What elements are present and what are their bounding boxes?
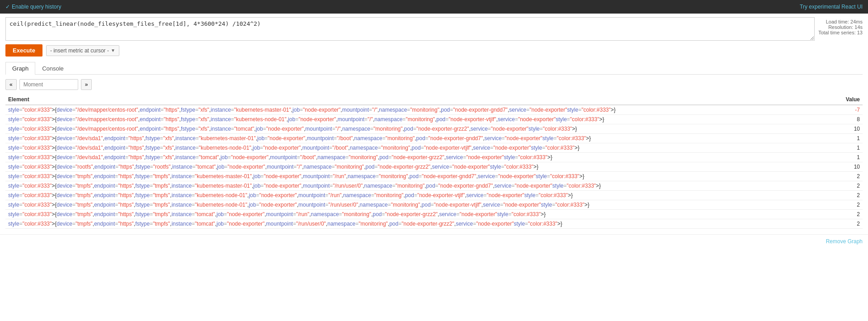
load-info: Load time: 24ms Resolution: 14s Total ti… — [818, 17, 863, 35]
value-cell: 10 — [836, 162, 863, 172]
value-cell: 10 — [836, 124, 863, 134]
value-cell: 1 — [836, 134, 863, 143]
table-row: style="color:#333">{device="rootfs",endp… — [5, 162, 863, 172]
load-time: Load time: 24ms — [818, 19, 863, 24]
tab-console[interactable]: Console — [35, 62, 71, 75]
results-table: Element Value style="color:#333">{device… — [5, 94, 863, 229]
total-series: Total time series: 13 — [818, 30, 863, 35]
value-cell: 2 — [836, 200, 863, 210]
check-icon: ✓ — [5, 4, 10, 10]
value-cell: 2 — [836, 172, 863, 181]
element-cell: style="color:#333">{device="tmpfs",endpo… — [5, 219, 836, 229]
value-cell: 2 — [836, 191, 863, 200]
table-row: style="color:#333">{device="/dev/sda1",e… — [5, 134, 863, 143]
value-cell: 1 — [836, 143, 863, 153]
table-row: style="color:#333">{device="tmpfs",endpo… — [5, 191, 863, 200]
element-cell: style="color:#333">{device="rootfs",endp… — [5, 162, 836, 172]
try-react-link[interactable]: Try experimental React UI — [800, 4, 863, 10]
table-row: style="color:#333">{device="/dev/mapper/… — [5, 105, 863, 115]
time-nav-row: « » — [5, 79, 863, 90]
element-cell: style="color:#333">{device="/dev/sda1",e… — [5, 143, 836, 153]
value-cell: 2 — [836, 210, 863, 219]
table-row: style="color:#333">{device="tmpfs",endpo… — [5, 219, 863, 229]
remove-graph-button[interactable]: Remove Graph — [826, 238, 863, 245]
table-row: style="color:#333">{device="tmpfs",endpo… — [5, 200, 863, 210]
value-cell: 8 — [836, 115, 863, 124]
element-cell: style="color:#333">{device="/dev/sda1",e… — [5, 134, 836, 143]
table-row: style="color:#333">{device="tmpfs",endpo… — [5, 172, 863, 181]
element-cell: style="color:#333">{device="tmpfs",endpo… — [5, 172, 836, 181]
table-row: style="color:#333">{device="/dev/sda1",e… — [5, 143, 863, 153]
table-row: style="color:#333">{device="tmpfs",endpo… — [5, 181, 863, 191]
query-history-link[interactable]: ✓ Enable query history — [5, 4, 61, 10]
query-input[interactable] — [5, 17, 815, 41]
element-cell: style="color:#333">{device="tmpfs",endpo… — [5, 200, 836, 210]
bottom-bar: Remove Graph — [0, 234, 868, 248]
toolbar-row: Execute - insert metric at cursor - ▼ — [5, 44, 863, 57]
metric-dropdown[interactable]: - insert metric at cursor - ▼ — [46, 45, 119, 56]
query-history-label: Enable query history — [12, 4, 61, 10]
value-cell: 2 — [836, 219, 863, 229]
table-header-row: Element Value — [5, 94, 863, 105]
top-bar: ✓ Enable query history Try experimental … — [0, 0, 868, 14]
element-cell: style="color:#333">{device="tmpfs",endpo… — [5, 191, 836, 200]
col-value-header: Value — [836, 94, 863, 105]
metric-dropdown-label: - insert metric at cursor - — [50, 47, 109, 54]
dropdown-arrow-icon: ▼ — [111, 48, 115, 53]
table-row: style="color:#333">{device="tmpfs",endpo… — [5, 210, 863, 219]
moment-input[interactable] — [19, 79, 78, 90]
tab-graph[interactable]: Graph — [5, 62, 35, 75]
element-cell: style="color:#333">{device="tmpfs",endpo… — [5, 210, 836, 219]
tabs-row: Graph Console — [5, 62, 863, 75]
element-cell: style="color:#333">{device="/dev/sda1",e… — [5, 153, 836, 162]
time-forward-button[interactable]: » — [81, 79, 92, 90]
col-element-header: Element — [5, 94, 836, 105]
value-cell: -7 — [836, 105, 863, 115]
query-area-row: Load time: 24ms Resolution: 14s Total ti… — [5, 17, 863, 41]
time-back-button[interactable]: « — [5, 79, 17, 90]
execute-button[interactable]: Execute — [5, 44, 42, 57]
element-cell: style="color:#333">{device="/dev/mapper/… — [5, 115, 836, 124]
value-cell: 1 — [836, 153, 863, 162]
element-cell: style="color:#333">{device="/dev/mapper/… — [5, 124, 836, 134]
element-cell: style="color:#333">{device="tmpfs",endpo… — [5, 181, 836, 191]
element-cell: style="color:#333">{device="/dev/mapper/… — [5, 105, 836, 115]
main-content: Load time: 24ms Resolution: 14s Total ti… — [0, 14, 868, 232]
table-row: style="color:#333">{device="/dev/mapper/… — [5, 115, 863, 124]
value-cell: 2 — [836, 181, 863, 191]
table-row: style="color:#333">{device="/dev/mapper/… — [5, 124, 863, 134]
table-row: style="color:#333">{device="/dev/sda1",e… — [5, 153, 863, 162]
resolution: Resolution: 14s — [818, 24, 863, 30]
